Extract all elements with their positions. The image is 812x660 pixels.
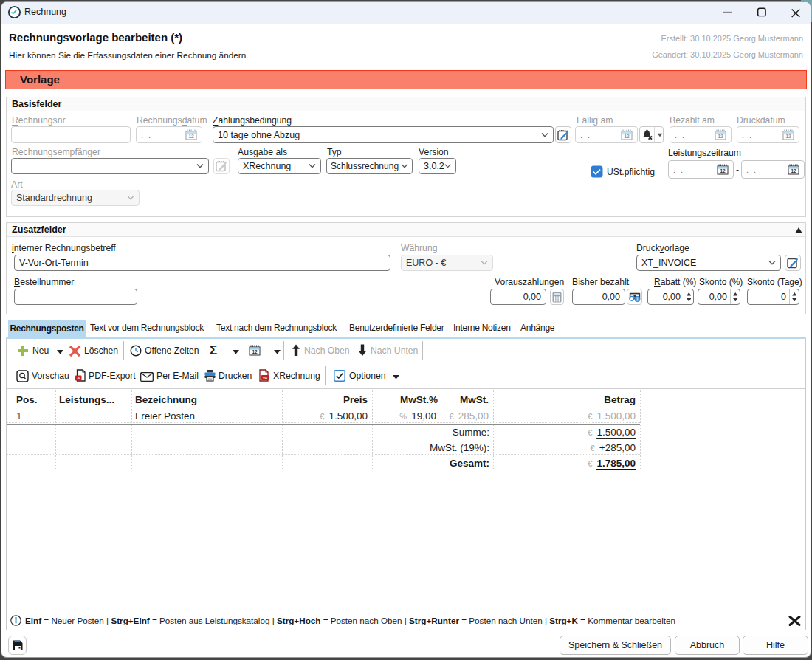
svg-text:12: 12 — [785, 134, 791, 139]
svg-text:12: 12 — [720, 168, 726, 173]
svg-text:12: 12 — [252, 349, 258, 354]
svg-text:12: 12 — [188, 134, 194, 139]
svg-text:12: 12 — [718, 134, 723, 139]
svg-text:A: A — [77, 376, 80, 380]
svg-text:12: 12 — [624, 134, 630, 139]
svg-text:xe: xe — [263, 376, 267, 380]
svg-text:12: 12 — [791, 168, 796, 173]
